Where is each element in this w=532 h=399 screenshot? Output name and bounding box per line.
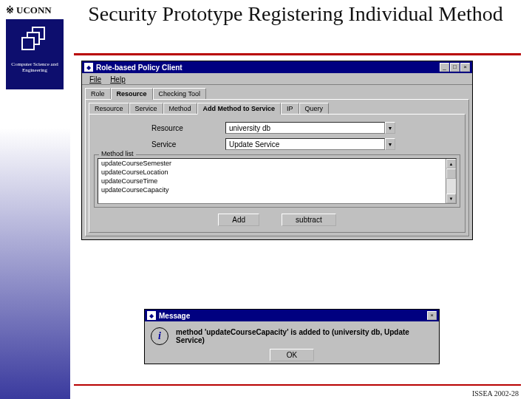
msg-text: method 'updateCourseCapacity' is added t…: [176, 328, 433, 344]
add-button[interactable]: Add: [218, 214, 259, 226]
list-item[interactable]: updateCourseLocation: [98, 168, 446, 177]
service-label: Service: [151, 140, 225, 149]
method-listbox[interactable]: updateCourseSemester updateCourseLocatio…: [98, 158, 457, 204]
page-number: ISSEA 2002-28: [472, 389, 519, 398]
primary-panel: Resource Service Method Add Method to Se…: [85, 99, 469, 236]
msg-titlebar[interactable]: ◆ Message ×: [145, 310, 439, 321]
primary-tabs: Role Resource Checking Tool: [82, 85, 472, 99]
scroll-thumb[interactable]: [446, 168, 456, 179]
message-dialog: ◆ Message × i method 'updateCourseCapaci…: [144, 309, 440, 364]
scrollbar[interactable]: ▲ ▼: [446, 159, 456, 203]
method-list-fieldset: Method list updateCourseSemester updateC…: [94, 154, 460, 208]
list-item[interactable]: updateCourseSemester: [98, 159, 446, 168]
tab-sub-method[interactable]: Method: [163, 103, 197, 114]
tab-sub-resource[interactable]: Resource: [89, 103, 129, 114]
policy-client-window: ◆ Role-based Policy Client _ □ × File He…: [81, 61, 473, 240]
msg-close-button[interactable]: ×: [427, 311, 437, 320]
list-item[interactable]: updateCourseTime: [98, 177, 446, 185]
divider-top: [74, 53, 521, 55]
resource-label: Resource: [151, 124, 225, 132]
tab-sub-ip[interactable]: IP: [281, 103, 299, 114]
tab-sub-query[interactable]: Query: [299, 103, 330, 114]
chevron-down-icon[interactable]: ▼: [385, 138, 395, 150]
dept-text: Computer Science and Engineering: [6, 62, 64, 73]
msg-window-icon: ◆: [147, 311, 156, 320]
ok-button[interactable]: OK: [270, 349, 314, 361]
close-button[interactable]: ×: [460, 63, 470, 72]
tab-sub-service[interactable]: Service: [129, 103, 163, 114]
menu-file[interactable]: File: [85, 75, 106, 83]
tab-resource[interactable]: Resource: [111, 88, 153, 100]
msg-title: Message: [159, 312, 190, 320]
resource-value[interactable]: university db: [225, 122, 385, 134]
titlebar[interactable]: ◆ Role-based Policy Client _ □ ×: [82, 61, 472, 73]
tab-role[interactable]: Role: [85, 88, 111, 99]
logo-graphic: Computer Science and Engineering: [6, 19, 64, 89]
service-value[interactable]: Update Service: [225, 138, 385, 150]
divider-bottom: [74, 384, 521, 386]
list-item[interactable]: updateCourseCapacity: [98, 185, 446, 194]
service-combo[interactable]: Update Service ▼: [225, 138, 395, 150]
tab-checking[interactable]: Checking Tool: [153, 88, 206, 99]
minimize-button[interactable]: _: [440, 63, 449, 72]
info-icon: i: [151, 327, 168, 345]
tab-sub-add-method[interactable]: Add Method to Service: [197, 103, 282, 115]
window-title: Role-based Policy Client: [96, 64, 183, 72]
secondary-tabs: Resource Service Method Add Method to Se…: [89, 103, 466, 114]
maximize-button[interactable]: □: [450, 63, 460, 72]
menubar: File Help: [82, 73, 472, 85]
window-icon: ◆: [84, 63, 93, 72]
subtract-button[interactable]: subtract: [282, 214, 336, 226]
scroll-up-icon[interactable]: ▲: [446, 159, 456, 168]
method-list-legend: Method list: [99, 150, 136, 157]
uconn-logo: UCONN Computer Science and Engineering: [6, 4, 64, 89]
menu-help[interactable]: Help: [106, 75, 130, 83]
brand-name: UCONN: [6, 4, 64, 16]
chevron-down-icon[interactable]: ▼: [385, 122, 395, 134]
scroll-down-icon[interactable]: ▼: [446, 194, 456, 203]
slide-title: Security Prototype Registering Individua…: [74, 3, 517, 26]
secondary-panel: Resource university db ▼ Service Update …: [89, 114, 466, 233]
resource-combo[interactable]: university db ▼: [225, 122, 395, 134]
